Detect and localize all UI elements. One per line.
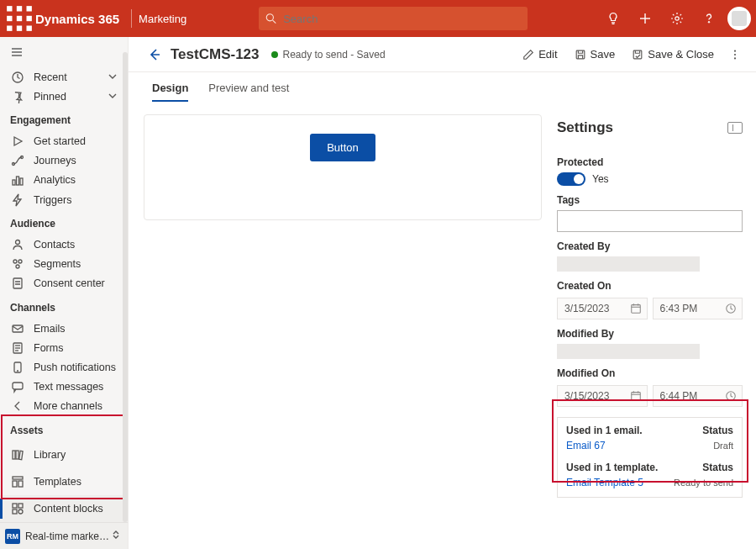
save-icon [575,49,586,61]
overflow-icon[interactable] [724,44,746,66]
sidebar-item-emails[interactable]: Emails [0,319,128,338]
svg-rect-49 [576,50,585,59]
tab-design[interactable]: Design [152,75,188,101]
sidebar: Recent Pinned Engagement Get started Jou… [0,37,129,549]
divider [131,9,132,28]
sidebar-item-recent[interactable]: Recent [0,67,128,87]
page: TestCMS-123 Ready to send - Saved Edit S… [129,37,756,549]
svg-rect-39 [13,451,15,459]
clock-icon [725,303,737,317]
sidebar-item-label: Push notifications [34,362,119,373]
sidebar-item-pinned[interactable]: Pinned [0,87,128,106]
sidebar-item-templates[interactable]: Templates [0,468,128,495]
svg-rect-2 [27,6,32,11]
tab-preview[interactable]: Preview and test [208,75,289,101]
svg-point-29 [16,265,19,268]
sidebar-item-text[interactable]: Text messages [0,377,128,397]
save-button[interactable]: Save [568,45,622,64]
created-on-time[interactable]: 6:43 PM [653,298,743,319]
status-header: Status [702,462,733,473]
svg-rect-3 [7,16,12,21]
page-title: TestCMS-123 [171,46,260,63]
status-header: Status [702,425,733,436]
sidebar-item-label: Forms [34,342,119,354]
tags-label: Tags [557,194,743,206]
contact-icon [10,237,25,252]
svg-rect-23 [13,180,15,185]
save-close-button[interactable]: Save & Close [625,45,721,64]
save-close-icon [632,49,643,61]
svg-point-53 [734,57,736,59]
product-name[interactable]: Marketing [137,13,186,25]
sidebar-item-consent[interactable]: Consent center [0,274,128,293]
edit-label: Edit [538,48,557,61]
gear-icon[interactable] [664,5,690,32]
play-icon [10,134,25,149]
chevron-down-icon [108,71,119,83]
tags-input[interactable] [557,210,743,232]
page-header: TestCMS-123 Ready to send - Saved Edit S… [129,37,756,72]
clock-icon [10,70,25,85]
avatar[interactable] [727,7,751,30]
sidebar-item-label: Get started [34,135,119,147]
save-close-label: Save & Close [648,48,714,61]
sidebar-item-label: Pinned [34,91,108,103]
sidebar-item-content-blocks[interactable]: Content blocks [0,495,128,522]
sidebar-item-triggers[interactable]: Triggers [0,190,128,209]
sidebar-item-label: More channels [34,400,119,412]
blocks-icon [10,501,25,516]
canvas-card[interactable]: Button [144,114,542,220]
trigger-icon [10,193,25,208]
add-icon[interactable] [632,5,659,32]
push-icon [10,360,25,375]
sidebar-item-analytics[interactable]: Analytics [0,171,128,190]
svg-rect-40 [16,451,18,459]
svg-rect-42 [13,477,23,479]
sms-icon [10,379,25,394]
content-button[interactable]: Button [310,134,375,161]
sidebar-item-forms[interactable]: Forms [0,338,128,357]
sidebar-scrollbar[interactable] [123,52,128,522]
svg-rect-4 [17,16,22,21]
sidebar-item-segments[interactable]: Segments [0,255,128,274]
sidebar-item-more-channels[interactable]: More channels [0,397,128,416]
sidebar-item-push[interactable]: Push notifications [0,357,128,377]
edit-button[interactable]: Edit [516,45,564,64]
sidebar-item-library[interactable]: Library [0,441,128,468]
svg-rect-46 [18,504,23,508]
idea-icon[interactable] [600,5,627,32]
email-link[interactable]: Email 67 [566,440,606,451]
help-icon[interactable] [696,5,722,32]
back-button[interactable] [144,44,165,66]
app-launcher-icon[interactable] [5,0,34,37]
library-icon [10,447,25,462]
modified-on-time[interactable]: 6:44 PM [653,385,743,407]
search-box[interactable] [259,7,528,30]
sidebar-item-journeys[interactable]: Journeys [0,151,128,171]
area-picker[interactable]: RM Real-time marketi... [0,522,128,549]
analytics-icon [10,172,25,187]
protected-toggle[interactable] [557,172,585,186]
journey-icon [10,153,25,168]
svg-point-48 [18,509,23,514]
sidebar-item-get-started[interactable]: Get started [0,131,128,150]
svg-rect-45 [13,504,17,508]
svg-rect-54 [631,305,640,314]
search-input[interactable] [281,12,521,26]
settings-panel: Settings Protected Yes Tags Created By C… [557,114,746,549]
sidebar-item-contacts[interactable]: Contacts [0,235,128,254]
panel-layout-icon[interactable] [727,122,743,134]
settings-title: Settings [557,119,613,136]
sidebar-toggle-icon[interactable] [0,37,34,67]
clock-icon [725,390,737,404]
status-text: Ready to send - Saved [283,49,386,61]
calendar-icon [630,390,642,404]
svg-rect-43 [13,481,17,487]
svg-rect-59 [631,393,640,401]
modified-on-date[interactable]: 3/15/2023 [557,385,648,407]
template-link[interactable]: Email Template 5 [566,477,643,488]
modified-by-label: Modified By [557,328,743,340]
created-on-date[interactable]: 3/15/2023 [557,298,648,319]
created-on-label: Created On [557,280,743,292]
sidebar-section-engagement: Engagement [0,106,128,131]
